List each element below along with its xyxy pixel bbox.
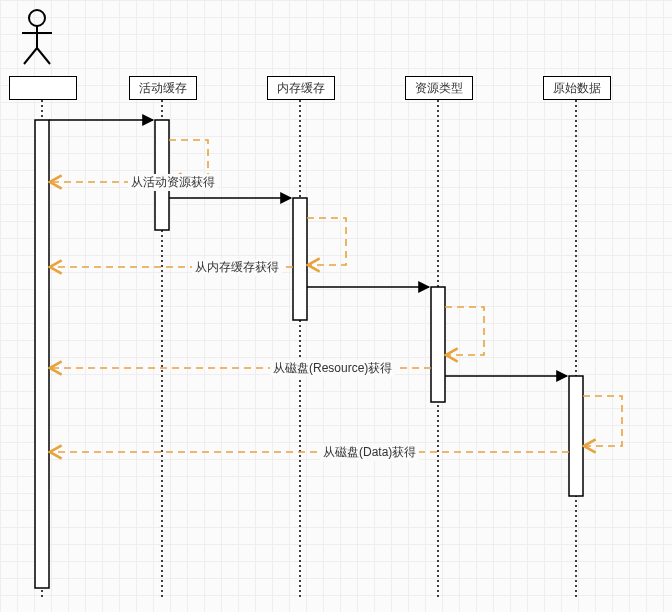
return-msg-active: 从活动资源获得 [128,174,218,191]
activation-l3 [431,287,445,402]
lane-actor [9,76,77,100]
return-msg-disk-data: 从磁盘(Data)获得 [320,444,419,461]
lane-memory-cache: 内存缓存 [267,76,335,100]
lane-raw-data: 原始数据 [543,76,611,100]
return-msg-disk-resource: 从磁盘(Resource)获得 [270,360,395,377]
return-msg-memory: 从内存缓存获得 [192,259,282,276]
svg-point-5 [29,10,45,26]
svg-line-8 [24,48,37,64]
svg-line-9 [37,48,50,64]
lane-active-cache: 活动缓存 [129,76,197,100]
activation-actor [35,120,49,588]
activation-l4 [569,376,583,496]
actor-icon [22,10,52,64]
lane-resource-type: 资源类型 [405,76,473,100]
activation-l2 [293,198,307,320]
